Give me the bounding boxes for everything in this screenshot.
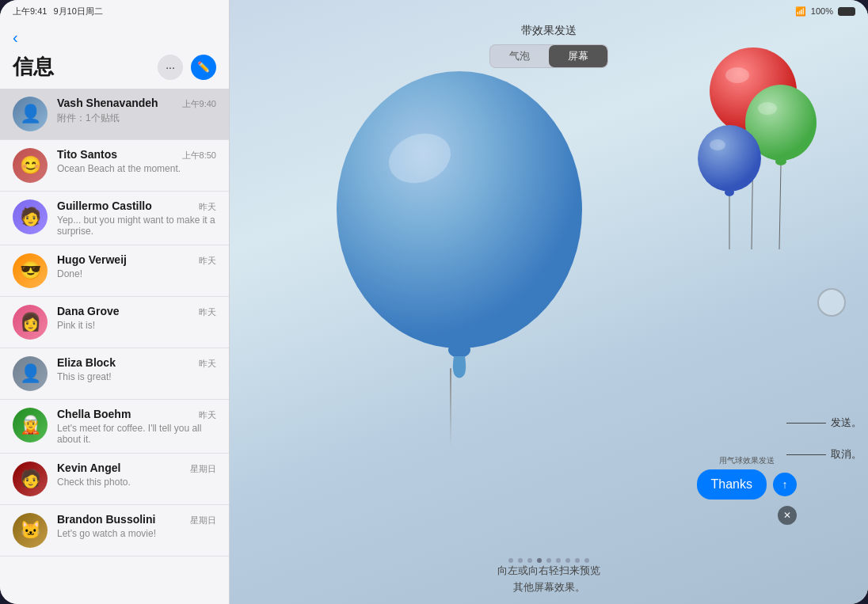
- conv-name: Vash Shenavandeh: [57, 97, 158, 109]
- page-dot-8: [584, 558, 589, 563]
- more-icon: ···: [166, 61, 175, 74]
- page-dot-0: [508, 558, 513, 563]
- conv-top: Hugo Verweij 昨天: [57, 253, 216, 267]
- conversation-item-tito[interactable]: 😊 Tito Santos 上午8:50 Ocean Beach at the …: [0, 140, 229, 192]
- effects-title: 带效果发送: [489, 24, 608, 38]
- conv-name: Hugo Verweij: [57, 253, 127, 266]
- conv-preview: Let's go watch a movie!: [57, 528, 216, 539]
- conv-name: Tito Santos: [57, 148, 117, 161]
- page-dots: [508, 558, 589, 563]
- page-dot-3: [537, 558, 542, 563]
- cancel-button[interactable]: ✕: [778, 506, 797, 525]
- conv-preview: Yep... but you might want to make it a s…: [57, 215, 216, 237]
- conv-info: Chella Boehm 昨天 Let's meet for coffee. I…: [57, 408, 216, 445]
- tab-screen[interactable]: 屏幕: [549, 45, 607, 67]
- conv-preview: Done!: [57, 268, 216, 279]
- svg-point-11: [698, 125, 761, 192]
- sidebar-title-row: 信息 ··· ✏️: [0, 47, 229, 89]
- avatar-emoji: 🧝: [20, 416, 41, 434]
- avatar-emoji: 😊: [20, 157, 41, 174]
- conv-preview: Check this photo.: [57, 477, 216, 488]
- message-row: Thanks ↑: [697, 469, 797, 500]
- conv-time: 上午9:40: [182, 98, 216, 110]
- conv-name: Brandon Bussolini: [57, 513, 155, 526]
- conv-name: Guillermo Castillo: [57, 199, 152, 212]
- sidebar-actions: ··· ✏️: [158, 55, 216, 80]
- small-balloon-group: [650, 44, 824, 268]
- conv-preview: Ocean Beach at the moment.: [57, 163, 216, 174]
- status-indicators: 📶 100%: [795, 6, 855, 17]
- svg-point-8: [758, 102, 777, 115]
- conv-time: 昨天: [199, 358, 216, 370]
- avatar-tito: 😊: [13, 148, 48, 183]
- conv-time: 星期日: [190, 515, 216, 526]
- conv-name: Chella Boehm: [57, 408, 131, 420]
- svg-point-0: [337, 71, 582, 348]
- conversation-item-chella[interactable]: 🧝 Chella Boehm 昨天 Let's meet for coffee.…: [0, 400, 229, 454]
- conv-info: Eliza Block 昨天 This is great!: [57, 356, 216, 382]
- conversation-item-vash[interactable]: 👤 Vash Shenavandeh 上午9:40 附件：1个贴纸: [0, 89, 229, 140]
- svg-point-13: [725, 188, 734, 196]
- svg-point-9: [775, 158, 786, 165]
- effects-header: 带效果发送 气泡 屏幕: [489, 24, 608, 68]
- conv-time: 昨天: [199, 409, 216, 421]
- svg-point-12: [710, 139, 725, 150]
- avatar-vash: 👤: [13, 97, 48, 131]
- conv-time: 上午8:50: [182, 150, 216, 161]
- conv-top: Vash Shenavandeh 上午9:40: [57, 97, 216, 110]
- avatar-brandon: 🐱: [13, 513, 48, 548]
- conv-top: Brandon Bussolini 星期日: [57, 513, 216, 526]
- conversation-item-hugo[interactable]: 😎 Hugo Verweij 昨天 Done!: [0, 245, 229, 297]
- avatar-emoji: 🧑: [20, 470, 41, 488]
- ipad-frame: 上午9:41 9月10日周二 📶 100% ‹ 信息 ··· ✏️: [0, 0, 868, 604]
- conv-preview: This is great!: [57, 371, 216, 382]
- conv-time: 昨天: [199, 306, 216, 318]
- avatar-emoji: 😎: [20, 262, 41, 279]
- sidebar: ‹ 信息 ··· ✏️ 👤 Vash Shenavandeh 上: [0, 0, 230, 604]
- conversation-item-kevin[interactable]: 🧑 Kevin Angel 星期日 Check this photo.: [0, 454, 229, 505]
- avatar-guillermo: 🧑: [13, 199, 48, 234]
- svg-point-2: [448, 342, 470, 358]
- balloon-scene: 用气球效果发送 Thanks ↑ ✕ 发送。 取消。: [230, 0, 868, 604]
- home-button[interactable]: [817, 288, 846, 317]
- page-dot-5: [556, 558, 561, 563]
- more-button[interactable]: ···: [158, 55, 183, 80]
- back-button[interactable]: ‹: [13, 28, 18, 47]
- tab-bubble[interactable]: 气泡: [490, 45, 549, 67]
- conv-name: Kevin Angel: [57, 462, 120, 474]
- effects-tabs[interactable]: 气泡 屏幕: [489, 44, 608, 68]
- cancel-ann-line: [786, 454, 826, 455]
- compose-button[interactable]: ✏️: [191, 55, 216, 80]
- conversation-item-eliza[interactable]: 👤 Eliza Block 昨天 This is great!: [0, 348, 229, 400]
- conv-info: Vash Shenavandeh 上午9:40 附件：1个贴纸: [57, 97, 216, 125]
- battery-icon: 100%: [811, 6, 833, 16]
- page-dot-6: [565, 558, 570, 563]
- wifi-icon: 📶: [795, 6, 806, 17]
- conv-name: Eliza Block: [57, 356, 116, 369]
- conv-preview: 附件：1个贴纸: [57, 112, 216, 125]
- conversation-item-guillermo[interactable]: 🧑 Guillermo Castillo 昨天 Yep... but you m…: [0, 192, 229, 245]
- balloon-main: [325, 63, 594, 380]
- svg-point-4: [725, 67, 749, 83]
- avatar-eliza: 👤: [13, 356, 48, 391]
- page-dot-7: [575, 558, 580, 563]
- avatar-emoji: 👤: [20, 105, 41, 123]
- avatar-emoji: 👤: [20, 365, 41, 382]
- page-dot-1: [518, 558, 523, 563]
- conv-top: Eliza Block 昨天: [57, 356, 216, 370]
- message-send-area: 用气球效果发送 Thanks ↑ ✕: [697, 455, 797, 525]
- send-button[interactable]: ↑: [773, 473, 797, 496]
- message-bubble: Thanks: [697, 469, 767, 500]
- annotation-cancel-text: 取消。: [831, 447, 862, 462]
- conversation-item-dana[interactable]: 👩 Dana Grove 昨天 Pink it is!: [0, 297, 229, 348]
- annotation-send: 发送。: [786, 416, 862, 430]
- conversation-item-brandon[interactable]: 🐱 Brandon Bussolini 星期日 Let's go watch a…: [0, 505, 229, 557]
- balloon-string: [450, 368, 451, 447]
- conversation-list: 👤 Vash Shenavandeh 上午9:40 附件：1个贴纸 😊 Tito…: [0, 89, 229, 604]
- battery-bar: [838, 7, 855, 16]
- conv-preview: Pink it is!: [57, 320, 216, 331]
- avatar-emoji: 🧑: [20, 208, 41, 226]
- status-bar: 上午9:41 9月10日周二 📶 100%: [0, 0, 868, 22]
- conv-info: Kevin Angel 星期日 Check this photo.: [57, 462, 216, 488]
- send-ann-line: [786, 423, 826, 424]
